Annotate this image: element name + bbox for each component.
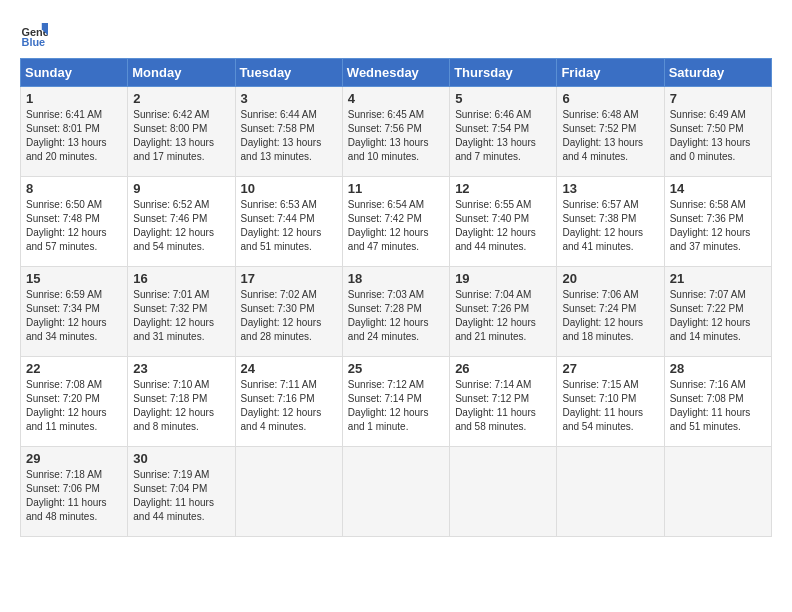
day-info: Sunrise: 6:42 AM Sunset: 8:00 PM Dayligh… xyxy=(133,108,229,164)
day-number: 12 xyxy=(455,181,551,196)
calendar-cell xyxy=(557,447,664,537)
day-info: Sunrise: 6:48 AM Sunset: 7:52 PM Dayligh… xyxy=(562,108,658,164)
day-number: 6 xyxy=(562,91,658,106)
calendar-cell: 30Sunrise: 7:19 AM Sunset: 7:04 PM Dayli… xyxy=(128,447,235,537)
day-info: Sunrise: 6:57 AM Sunset: 7:38 PM Dayligh… xyxy=(562,198,658,254)
day-number: 18 xyxy=(348,271,444,286)
day-number: 22 xyxy=(26,361,122,376)
calendar-cell: 8Sunrise: 6:50 AM Sunset: 7:48 PM Daylig… xyxy=(21,177,128,267)
calendar-cell: 18Sunrise: 7:03 AM Sunset: 7:28 PM Dayli… xyxy=(342,267,449,357)
day-info: Sunrise: 6:44 AM Sunset: 7:58 PM Dayligh… xyxy=(241,108,337,164)
day-of-week-header: Monday xyxy=(128,59,235,87)
day-info: Sunrise: 6:49 AM Sunset: 7:50 PM Dayligh… xyxy=(670,108,766,164)
day-info: Sunrise: 7:04 AM Sunset: 7:26 PM Dayligh… xyxy=(455,288,551,344)
day-info: Sunrise: 7:07 AM Sunset: 7:22 PM Dayligh… xyxy=(670,288,766,344)
calendar-cell: 2Sunrise: 6:42 AM Sunset: 8:00 PM Daylig… xyxy=(128,87,235,177)
day-of-week-header: Sunday xyxy=(21,59,128,87)
day-info: Sunrise: 7:14 AM Sunset: 7:12 PM Dayligh… xyxy=(455,378,551,434)
logo-icon: General Blue xyxy=(20,20,48,48)
calendar-week-row: 15Sunrise: 6:59 AM Sunset: 7:34 PM Dayli… xyxy=(21,267,772,357)
page-header: General Blue xyxy=(20,20,772,48)
day-info: Sunrise: 6:45 AM Sunset: 7:56 PM Dayligh… xyxy=(348,108,444,164)
logo: General Blue xyxy=(20,20,52,48)
day-info: Sunrise: 7:08 AM Sunset: 7:20 PM Dayligh… xyxy=(26,378,122,434)
day-number: 16 xyxy=(133,271,229,286)
calendar-cell: 14Sunrise: 6:58 AM Sunset: 7:36 PM Dayli… xyxy=(664,177,771,267)
calendar-cell: 27Sunrise: 7:15 AM Sunset: 7:10 PM Dayli… xyxy=(557,357,664,447)
calendar-cell: 19Sunrise: 7:04 AM Sunset: 7:26 PM Dayli… xyxy=(450,267,557,357)
day-number: 23 xyxy=(133,361,229,376)
calendar-cell: 9Sunrise: 6:52 AM Sunset: 7:46 PM Daylig… xyxy=(128,177,235,267)
day-info: Sunrise: 7:15 AM Sunset: 7:10 PM Dayligh… xyxy=(562,378,658,434)
calendar-body: 1Sunrise: 6:41 AM Sunset: 8:01 PM Daylig… xyxy=(21,87,772,537)
day-number: 2 xyxy=(133,91,229,106)
calendar-cell: 22Sunrise: 7:08 AM Sunset: 7:20 PM Dayli… xyxy=(21,357,128,447)
day-number: 17 xyxy=(241,271,337,286)
day-of-week-header: Wednesday xyxy=(342,59,449,87)
svg-text:Blue: Blue xyxy=(22,36,46,48)
calendar-cell: 23Sunrise: 7:10 AM Sunset: 7:18 PM Dayli… xyxy=(128,357,235,447)
day-number: 8 xyxy=(26,181,122,196)
day-number: 28 xyxy=(670,361,766,376)
day-number: 4 xyxy=(348,91,444,106)
calendar-cell: 5Sunrise: 6:46 AM Sunset: 7:54 PM Daylig… xyxy=(450,87,557,177)
day-info: Sunrise: 6:58 AM Sunset: 7:36 PM Dayligh… xyxy=(670,198,766,254)
day-number: 25 xyxy=(348,361,444,376)
day-info: Sunrise: 7:18 AM Sunset: 7:06 PM Dayligh… xyxy=(26,468,122,524)
day-info: Sunrise: 7:03 AM Sunset: 7:28 PM Dayligh… xyxy=(348,288,444,344)
day-info: Sunrise: 6:59 AM Sunset: 7:34 PM Dayligh… xyxy=(26,288,122,344)
calendar-cell xyxy=(342,447,449,537)
calendar-cell: 4Sunrise: 6:45 AM Sunset: 7:56 PM Daylig… xyxy=(342,87,449,177)
calendar-cell: 6Sunrise: 6:48 AM Sunset: 7:52 PM Daylig… xyxy=(557,87,664,177)
day-of-week-header: Friday xyxy=(557,59,664,87)
day-info: Sunrise: 7:16 AM Sunset: 7:08 PM Dayligh… xyxy=(670,378,766,434)
day-number: 9 xyxy=(133,181,229,196)
calendar-week-row: 29Sunrise: 7:18 AM Sunset: 7:06 PM Dayli… xyxy=(21,447,772,537)
day-info: Sunrise: 6:46 AM Sunset: 7:54 PM Dayligh… xyxy=(455,108,551,164)
calendar-header-row: SundayMondayTuesdayWednesdayThursdayFrid… xyxy=(21,59,772,87)
day-number: 7 xyxy=(670,91,766,106)
day-info: Sunrise: 7:02 AM Sunset: 7:30 PM Dayligh… xyxy=(241,288,337,344)
day-number: 15 xyxy=(26,271,122,286)
day-of-week-header: Saturday xyxy=(664,59,771,87)
day-number: 3 xyxy=(241,91,337,106)
day-info: Sunrise: 6:54 AM Sunset: 7:42 PM Dayligh… xyxy=(348,198,444,254)
calendar-cell: 16Sunrise: 7:01 AM Sunset: 7:32 PM Dayli… xyxy=(128,267,235,357)
calendar-cell: 24Sunrise: 7:11 AM Sunset: 7:16 PM Dayli… xyxy=(235,357,342,447)
calendar-cell xyxy=(235,447,342,537)
day-info: Sunrise: 7:01 AM Sunset: 7:32 PM Dayligh… xyxy=(133,288,229,344)
day-number: 29 xyxy=(26,451,122,466)
calendar-cell: 20Sunrise: 7:06 AM Sunset: 7:24 PM Dayli… xyxy=(557,267,664,357)
day-info: Sunrise: 7:10 AM Sunset: 7:18 PM Dayligh… xyxy=(133,378,229,434)
day-info: Sunrise: 7:11 AM Sunset: 7:16 PM Dayligh… xyxy=(241,378,337,434)
calendar-table: SundayMondayTuesdayWednesdayThursdayFrid… xyxy=(20,58,772,537)
calendar-cell: 7Sunrise: 6:49 AM Sunset: 7:50 PM Daylig… xyxy=(664,87,771,177)
calendar-cell: 25Sunrise: 7:12 AM Sunset: 7:14 PM Dayli… xyxy=(342,357,449,447)
calendar-cell: 3Sunrise: 6:44 AM Sunset: 7:58 PM Daylig… xyxy=(235,87,342,177)
day-number: 30 xyxy=(133,451,229,466)
day-number: 26 xyxy=(455,361,551,376)
day-number: 19 xyxy=(455,271,551,286)
day-info: Sunrise: 6:53 AM Sunset: 7:44 PM Dayligh… xyxy=(241,198,337,254)
calendar-week-row: 1Sunrise: 6:41 AM Sunset: 8:01 PM Daylig… xyxy=(21,87,772,177)
day-number: 20 xyxy=(562,271,658,286)
day-info: Sunrise: 6:50 AM Sunset: 7:48 PM Dayligh… xyxy=(26,198,122,254)
calendar-cell: 12Sunrise: 6:55 AM Sunset: 7:40 PM Dayli… xyxy=(450,177,557,267)
day-of-week-header: Thursday xyxy=(450,59,557,87)
day-info: Sunrise: 7:06 AM Sunset: 7:24 PM Dayligh… xyxy=(562,288,658,344)
calendar-cell: 11Sunrise: 6:54 AM Sunset: 7:42 PM Dayli… xyxy=(342,177,449,267)
day-info: Sunrise: 7:19 AM Sunset: 7:04 PM Dayligh… xyxy=(133,468,229,524)
day-number: 10 xyxy=(241,181,337,196)
day-info: Sunrise: 6:41 AM Sunset: 8:01 PM Dayligh… xyxy=(26,108,122,164)
day-number: 1 xyxy=(26,91,122,106)
day-number: 21 xyxy=(670,271,766,286)
day-number: 5 xyxy=(455,91,551,106)
calendar-cell: 13Sunrise: 6:57 AM Sunset: 7:38 PM Dayli… xyxy=(557,177,664,267)
calendar-cell: 29Sunrise: 7:18 AM Sunset: 7:06 PM Dayli… xyxy=(21,447,128,537)
day-number: 27 xyxy=(562,361,658,376)
day-info: Sunrise: 6:55 AM Sunset: 7:40 PM Dayligh… xyxy=(455,198,551,254)
day-number: 14 xyxy=(670,181,766,196)
day-number: 24 xyxy=(241,361,337,376)
calendar-cell: 1Sunrise: 6:41 AM Sunset: 8:01 PM Daylig… xyxy=(21,87,128,177)
calendar-cell xyxy=(450,447,557,537)
